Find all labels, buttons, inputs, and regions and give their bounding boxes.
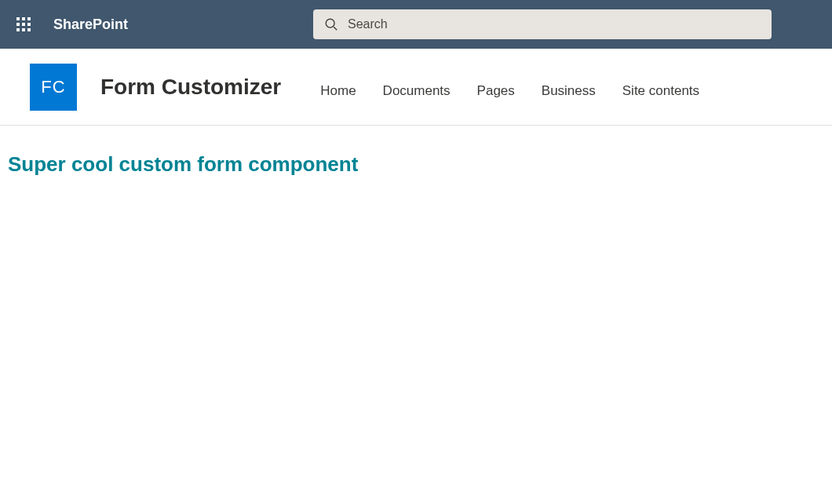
- suite-bar: SharePoint: [0, 0, 832, 49]
- nav-link-pages[interactable]: Pages: [477, 83, 515, 99]
- search-box[interactable]: [313, 9, 772, 39]
- app-name-link[interactable]: SharePoint: [53, 16, 128, 33]
- site-header: FC Form Customizer Home Documents Pages …: [0, 49, 832, 126]
- content-area: Super cool custom form component: [0, 126, 832, 203]
- search-input[interactable]: [348, 9, 761, 39]
- svg-line-1: [334, 27, 337, 30]
- form-heading: Super cool custom form component: [8, 152, 824, 177]
- nav-link-home[interactable]: Home: [320, 83, 356, 99]
- app-launcher-button[interactable]: [8, 9, 39, 40]
- nav-link-business[interactable]: Business: [542, 83, 596, 99]
- site-nav: Home Documents Pages Business Site conte…: [320, 83, 699, 99]
- site-logo[interactable]: FC: [30, 64, 77, 111]
- waffle-icon: [16, 17, 31, 31]
- nav-link-documents[interactable]: Documents: [383, 83, 451, 99]
- search-icon: [324, 17, 338, 31]
- nav-link-site-contents[interactable]: Site contents: [622, 83, 699, 99]
- svg-point-0: [326, 19, 334, 27]
- site-title[interactable]: Form Customizer: [100, 75, 281, 100]
